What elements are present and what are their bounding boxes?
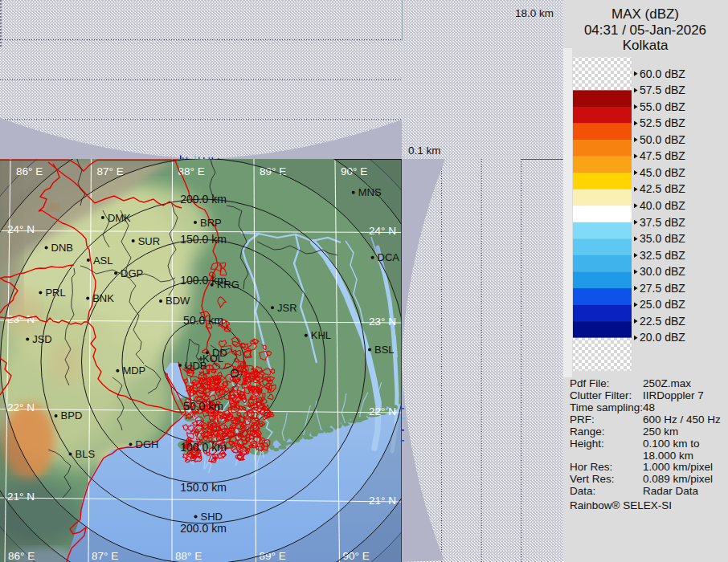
- svg-text:42.5 dBZ: 42.5 dBZ: [640, 182, 685, 195]
- svg-text:600 Hz / 450 Hz: 600 Hz / 450 Hz: [643, 413, 721, 426]
- svg-text:24° N: 24° N: [7, 223, 35, 235]
- svg-text:21° N: 21° N: [369, 495, 396, 507]
- svg-text:37.5 dBZ: 37.5 dBZ: [640, 216, 685, 229]
- svg-text:250Z.max: 250Z.max: [643, 377, 691, 389]
- svg-text:04:31 / 05-Jan-2026: 04:31 / 05-Jan-2026: [584, 22, 706, 38]
- svg-text:DNB: DNB: [51, 242, 73, 254]
- svg-text:DMK: DMK: [108, 212, 131, 224]
- svg-text:Time sampling:48: Time sampling:48: [570, 401, 655, 413]
- svg-text:45.0 dBZ: 45.0 dBZ: [640, 166, 685, 179]
- svg-text:KRG: KRG: [217, 279, 239, 291]
- svg-text:250 km: 250 km: [643, 426, 678, 438]
- svg-text:DGH: DGH: [136, 438, 159, 450]
- svg-text:1.000 km/pixel: 1.000 km/pixel: [643, 461, 713, 473]
- svg-text:150.0 km: 150.0 km: [180, 233, 227, 246]
- svg-text:Pdf File:: Pdf File:: [570, 377, 610, 389]
- svg-text:Data:: Data:: [570, 485, 595, 497]
- svg-text:0.100 km to: 0.100 km to: [643, 438, 700, 450]
- svg-text:Height:: Height:: [570, 438, 604, 450]
- svg-text:JSR: JSR: [277, 302, 297, 314]
- svg-text:55.0 dBZ: 55.0 dBZ: [640, 100, 685, 113]
- svg-text:JSD: JSD: [32, 333, 52, 345]
- svg-text:20.0 dBZ: 20.0 dBZ: [640, 331, 685, 344]
- svg-text:22° N: 22° N: [7, 401, 35, 413]
- svg-text:SUR: SUR: [138, 235, 160, 247]
- svg-text:27.5 dBZ: 27.5 dBZ: [640, 282, 685, 295]
- svg-text:IIRDoppler 7: IIRDoppler 7: [643, 389, 704, 401]
- svg-text:PRF:: PRF:: [570, 413, 595, 426]
- svg-text:89° E: 89° E: [260, 550, 286, 562]
- svg-text:SHD: SHD: [201, 511, 223, 523]
- svg-text:Vert Res:: Vert Res:: [570, 473, 615, 485]
- svg-text:BNK: BNK: [92, 292, 114, 304]
- svg-text:ASL: ASL: [93, 255, 113, 267]
- svg-text:KOL: KOL: [202, 352, 223, 364]
- svg-text:50.0 dBZ: 50.0 dBZ: [640, 133, 685, 146]
- svg-text:88° E: 88° E: [175, 550, 202, 562]
- svg-text:MNS: MNS: [358, 186, 382, 198]
- svg-text:150.0 km: 150.0 km: [180, 481, 227, 494]
- svg-text:DCA: DCA: [378, 251, 400, 263]
- svg-text:PRL: PRL: [45, 287, 65, 299]
- svg-text:40.0 dBZ: 40.0 dBZ: [640, 199, 685, 212]
- svg-text:BDW: BDW: [166, 295, 190, 307]
- svg-text:MAX (dBZ): MAX (dBZ): [611, 6, 679, 22]
- svg-text:Clutter Filter:: Clutter Filter:: [570, 389, 632, 401]
- svg-text:86° E: 86° E: [8, 550, 35, 562]
- svg-text:24° N: 24° N: [369, 225, 396, 237]
- svg-text:Kolkata: Kolkata: [623, 38, 669, 53]
- svg-text:Hor Res:: Hor Res:: [570, 461, 612, 473]
- svg-text:47.5 dBZ: 47.5 dBZ: [640, 149, 685, 162]
- svg-text:50.0 km: 50.0 km: [183, 314, 223, 327]
- svg-text:Radar Data: Radar Data: [643, 485, 699, 497]
- svg-text:Rainbow® SELEX-SI: Rainbow® SELEX-SI: [570, 499, 672, 511]
- svg-text:35.0 dBZ: 35.0 dBZ: [640, 232, 685, 245]
- svg-text:25.0 dBZ: 25.0 dBZ: [640, 298, 685, 311]
- svg-text:22° N: 22° N: [369, 405, 396, 417]
- svg-text:Range:: Range:: [570, 426, 605, 438]
- svg-text:BRP: BRP: [200, 217, 222, 229]
- svg-text:22.5 dBZ: 22.5 dBZ: [640, 315, 685, 328]
- svg-text:23° N: 23° N: [7, 313, 35, 325]
- svg-text:0.089 km/pixel: 0.089 km/pixel: [643, 473, 713, 485]
- svg-text:MDP: MDP: [122, 364, 145, 377]
- svg-text:BPD: BPD: [61, 409, 83, 422]
- svg-text:200.0 km: 200.0 km: [180, 522, 227, 535]
- svg-text:KHL: KHL: [311, 329, 331, 341]
- svg-text:32.5 dBZ: 32.5 dBZ: [640, 249, 685, 262]
- svg-text:DGP: DGP: [121, 267, 143, 279]
- svg-text:21° N: 21° N: [7, 491, 35, 503]
- svg-text:57.5 dBZ: 57.5 dBZ: [640, 83, 685, 96]
- svg-text:0.1 km: 0.1 km: [408, 145, 441, 157]
- svg-text:200.0 km: 200.0 km: [180, 193, 227, 206]
- svg-text:18.000 km: 18.000 km: [643, 450, 693, 462]
- svg-text:90° E: 90° E: [343, 550, 370, 562]
- svg-text:90° E: 90° E: [341, 165, 367, 177]
- svg-text:87° E: 87° E: [92, 550, 118, 562]
- svg-text:52.5 dBZ: 52.5 dBZ: [640, 116, 685, 129]
- svg-text:100.0 km: 100.0 km: [180, 441, 227, 454]
- svg-text:BLS: BLS: [76, 448, 96, 460]
- svg-text:30.0 dBZ: 30.0 dBZ: [640, 265, 685, 278]
- svg-text:86° E: 86° E: [16, 165, 43, 177]
- svg-text:BSL: BSL: [374, 344, 395, 356]
- svg-text:18.0 km: 18.0 km: [515, 7, 554, 19]
- svg-text:50.0 km: 50.0 km: [183, 400, 223, 413]
- svg-text:60.0 dBZ: 60.0 dBZ: [640, 67, 685, 80]
- svg-text:87° E: 87° E: [97, 165, 124, 177]
- svg-text:23° N: 23° N: [369, 316, 396, 328]
